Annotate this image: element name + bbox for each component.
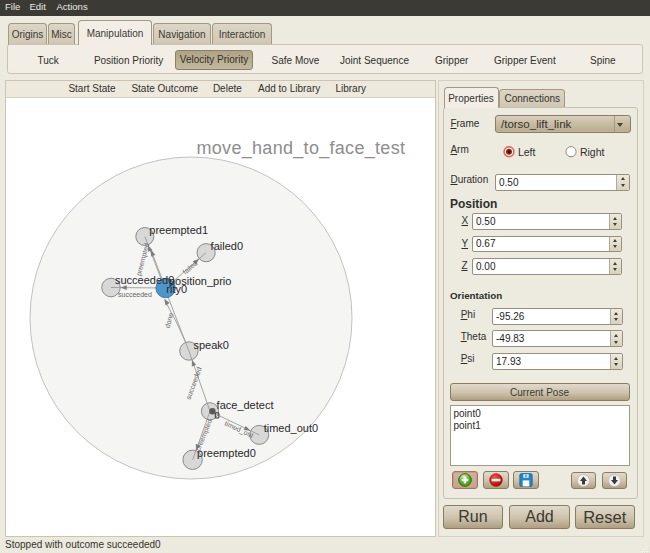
svg-text:timed_out0: timed_out0: [264, 422, 318, 434]
svg-text:succeeded: succeeded: [118, 291, 152, 298]
svg-text:move_hand_to_face_test: move_hand_to_face_test: [197, 138, 406, 159]
svg-text:face_detect: face_detect: [217, 399, 274, 411]
svg-text:rity0: rity0: [166, 283, 187, 295]
svg-text:failed0: failed0: [211, 240, 243, 252]
svg-text:preempted1: preempted1: [149, 224, 208, 236]
svg-text:preempted0: preempted0: [197, 447, 256, 459]
svg-text:speak0: speak0: [193, 339, 228, 351]
